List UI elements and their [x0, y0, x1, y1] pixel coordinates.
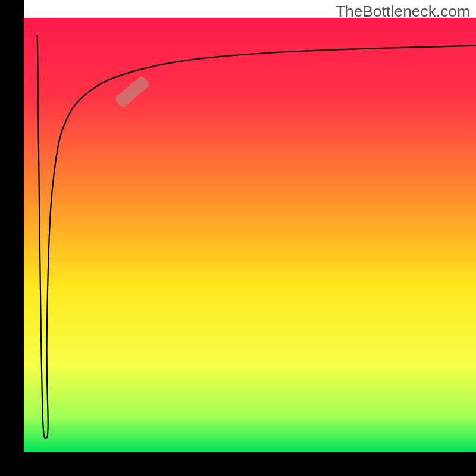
y-axis: [0, 0, 24, 476]
chart-frame: TheBottleneck.com: [0, 0, 476, 476]
plot-svg: [0, 0, 476, 476]
watermark-text: TheBottleneck.com: [336, 2, 470, 21]
plot-area: [0, 0, 476, 476]
x-axis: [0, 452, 476, 476]
gradient-background: [24, 18, 476, 452]
